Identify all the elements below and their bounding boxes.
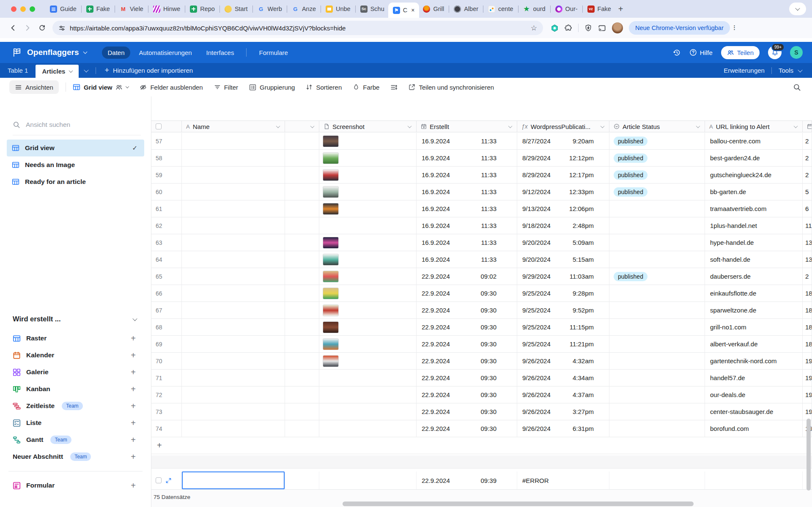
status-cell[interactable]: [609, 234, 705, 251]
sidebar-view-item[interactable]: Grid view✓: [7, 140, 144, 156]
created-cell[interactable]: 22.9.202409:02: [417, 268, 517, 285]
filter-button[interactable]: Filter: [214, 84, 238, 91]
hidden-cell[interactable]: [285, 167, 319, 183]
status-cell[interactable]: [609, 336, 705, 352]
browser-tab[interactable]: Guide: [46, 0, 80, 18]
plus-icon[interactable]: +: [131, 418, 136, 428]
url-cell[interactable]: sparweltzone.de: [705, 302, 803, 318]
screenshot-cell[interactable]: [319, 302, 417, 318]
wordpress-cell[interactable]: 8/29/202412:17pm: [517, 167, 609, 183]
url-cell[interactable]: einkaufsflotte.de: [705, 285, 803, 301]
nav-daten[interactable]: Daten: [102, 47, 130, 59]
created-cell[interactable]: 22.9.202409:30: [417, 302, 517, 318]
table-row[interactable]: 7122.9.202409:309/26/20244:34amhandel57.…: [151, 370, 812, 386]
hidden-cell[interactable]: [285, 150, 319, 166]
help-button[interactable]: Hilfe: [689, 49, 713, 56]
screenshot-cell[interactable]: [319, 217, 417, 234]
name-cell[interactable]: [182, 285, 285, 301]
create-section-header[interactable]: Wird erstellt ...: [0, 315, 151, 323]
created-cell[interactable]: 22.9.202409:30: [417, 353, 517, 369]
add-or-import-button[interactable]: + Hinzufügen oder importieren: [98, 63, 200, 78]
name-cell[interactable]: [182, 217, 285, 234]
table-row[interactable]: 6922.9.202409:309/25/202411:21pmalbert-v…: [151, 336, 812, 353]
view-search-input[interactable]: [26, 121, 110, 129]
table-row[interactable]: 5916.9.202411:338/29/202412:17pmpublishe…: [151, 167, 812, 184]
status-cell[interactable]: [609, 285, 705, 301]
wordpress-cell[interactable]: 9/12/202412:33pm: [517, 184, 609, 200]
wordpress-cell[interactable]: 9/25/20249:52pm: [517, 302, 609, 318]
status-cell[interactable]: [609, 471, 705, 489]
browser-tab[interactable]: Grill: [419, 0, 448, 18]
browser-tab[interactable]: GWerb: [254, 0, 286, 18]
create-item-liste[interactable]: Liste+: [0, 414, 151, 431]
url-cell[interactable]: [705, 471, 803, 489]
browser-menu-icon[interactable]: ⁝: [733, 24, 735, 33]
zoom-window-button[interactable]: [30, 6, 35, 12]
table-row[interactable]: 6016.9.202411:339/12/202412:33pmpublishe…: [151, 184, 812, 200]
url-cell[interactable]: handel57.de: [705, 370, 803, 386]
browser-tab[interactable]: Repo: [186, 0, 219, 18]
screenshot-cell[interactable]: [319, 353, 417, 369]
share-sync-button[interactable]: Teilen und synchronisieren: [409, 84, 494, 91]
column-header-erstellt[interactable]: Erstellt: [417, 121, 517, 132]
screenshot-cell[interactable]: [319, 251, 417, 268]
chevron-down-icon[interactable]: [408, 124, 412, 128]
table-row[interactable]: 7222.9.202409:309/26/20244:37amour-deals…: [151, 386, 812, 403]
url-cell[interactable]: gutscheinglueck24.de: [705, 167, 803, 183]
selected-name-cell[interactable]: [182, 471, 285, 489]
forward-button[interactable]: [20, 21, 35, 35]
url-cell[interactable]: borofund.com: [705, 420, 803, 437]
created-cell[interactable]: 22.9.202409:30: [417, 319, 517, 335]
screenshot-cell[interactable]: [319, 403, 417, 420]
created-cell[interactable]: 16.9.202411:33: [417, 133, 517, 149]
created-cell[interactable]: 22.9.202409:30: [417, 386, 517, 403]
status-cell[interactable]: published: [609, 150, 705, 166]
url-cell[interactable]: tramaatvertrieb.com: [705, 200, 803, 217]
browser-tab[interactable]: ScSchu: [357, 0, 388, 18]
color-button[interactable]: Farbe: [353, 84, 379, 91]
screenshot-cell[interactable]: [319, 319, 417, 335]
wordpress-cell[interactable]: 9/13/202412:06pm: [517, 200, 609, 217]
status-cell[interactable]: [609, 420, 705, 437]
close-window-button[interactable]: [11, 6, 16, 12]
address-bar[interactable]: https://airtable.com/appa3i7uwxquuz82n/t…: [52, 21, 543, 35]
hidden-cell[interactable]: [285, 336, 319, 352]
wordpress-cell[interactable]: 9/26/20246:31pm: [517, 420, 609, 437]
hidden-cell[interactable]: [285, 217, 319, 234]
hidden-cell[interactable]: [285, 268, 319, 285]
column-header-date[interactable]: [803, 121, 812, 132]
checkbox[interactable]: [156, 123, 162, 129]
browser-tab[interactable]: Fake: [82, 0, 114, 18]
create-item-kanban[interactable]: Kanban+: [0, 381, 151, 397]
status-cell[interactable]: [609, 200, 705, 217]
table-row[interactable]: 7422.9.202409:309/26/20246:31pmborofund.…: [151, 420, 812, 437]
checkbox[interactable]: [156, 477, 162, 483]
url-cell[interactable]: best-garden24.de: [705, 150, 803, 166]
browser-tab[interactable]: Start: [221, 0, 252, 18]
url-cell[interactable]: gartentechnik-nord.com: [705, 353, 803, 369]
wordpress-cell[interactable]: 9/26/20244:32am: [517, 353, 609, 369]
url-cell[interactable]: bb-garten.de: [705, 184, 803, 200]
screenshot-cell[interactable]: [319, 370, 417, 386]
chevron-down-icon[interactable]: [794, 124, 798, 128]
screenshot-cell[interactable]: [319, 386, 417, 403]
wordpress-cell[interactable]: 9/26/20244:37am: [517, 386, 609, 403]
workspace-chevron-icon[interactable]: [83, 50, 88, 54]
name-cell[interactable]: [182, 251, 285, 268]
tab-table-1[interactable]: Table 1: [0, 63, 36, 78]
plus-icon[interactable]: +: [131, 435, 136, 445]
hidden-cell[interactable]: [285, 133, 319, 149]
name-cell[interactable]: [182, 150, 285, 166]
plus-icon[interactable]: +: [131, 367, 136, 377]
created-cell[interactable]: 16.9.202411:33: [417, 200, 517, 217]
name-cell[interactable]: [182, 133, 285, 149]
url-cell[interactable]: albert-verkauf.de: [705, 336, 803, 352]
status-cell[interactable]: [609, 319, 705, 335]
extensions-puzzle-icon[interactable]: [565, 24, 572, 32]
table-row[interactable]: 7322.9.202409:309/26/20243:27pmcenter-st…: [151, 403, 812, 420]
notifications-button[interactable]: 99+: [768, 46, 782, 59]
close-icon[interactable]: ×: [411, 7, 414, 14]
browser-tab[interactable]: cente: [484, 0, 517, 18]
hidden-cell[interactable]: [285, 319, 319, 335]
sidebar-view-item[interactable]: Needs an Image: [7, 156, 144, 173]
